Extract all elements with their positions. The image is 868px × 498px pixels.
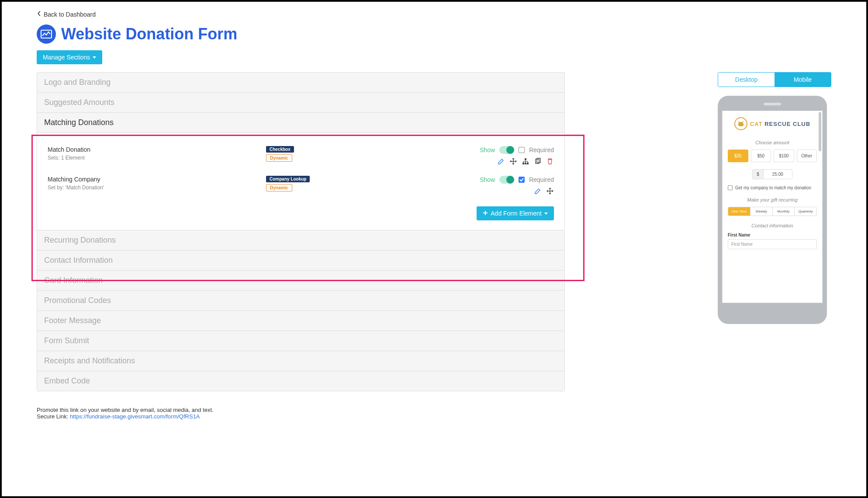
first-name-input[interactable]: First Name	[728, 239, 817, 249]
move-icon[interactable]	[509, 157, 517, 165]
form-icon	[37, 24, 56, 44]
section-recurring-donations[interactable]: Recurring Donations	[37, 230, 564, 250]
amount-input[interactable]: $ 25.00	[752, 169, 792, 179]
amount-value: 25.00	[764, 170, 792, 179]
amount-option-25[interactable]: $25	[728, 150, 748, 162]
amount-option-50[interactable]: $50	[751, 150, 771, 162]
dynamic-tag: Dynamic	[266, 184, 292, 192]
first-name-label: First Name	[728, 233, 817, 237]
recur-weekly[interactable]: Weekly	[750, 207, 773, 216]
caret-down-icon	[93, 56, 96, 59]
tree-icon[interactable]	[522, 157, 529, 165]
preview-recur-label: Make your gift recurring	[728, 197, 817, 202]
form-element-match-donation: Match Donation Sets: 1 Element Checkbox …	[48, 143, 554, 173]
type-tag: Checkbox	[266, 146, 294, 153]
section-contact-information[interactable]: Contact Information	[37, 250, 564, 270]
recur-one-time[interactable]: One Time	[728, 207, 750, 216]
svg-rect-4	[527, 163, 529, 164]
show-label: Show	[480, 176, 495, 183]
preview-logo: CAT RESCUE CLUB	[728, 117, 817, 130]
section-matching-donations[interactable]: Matching Donations	[37, 112, 564, 132]
cat-logo-icon	[734, 117, 747, 130]
show-toggle[interactable]	[499, 146, 514, 154]
back-to-dashboard-link[interactable]: Back to Dashboard	[37, 10, 96, 18]
promo-text: Promote this link on your website and by…	[37, 407, 565, 413]
promo-note: Promote this link on your website and by…	[37, 407, 565, 420]
required-label: Required	[529, 146, 554, 153]
add-form-element-button[interactable]: Add Form Element	[477, 206, 554, 220]
phone-speaker-icon	[764, 103, 781, 105]
svg-rect-1	[525, 158, 526, 160]
add-form-element-label: Add Form Element	[491, 210, 542, 217]
required-checkbox[interactable]	[519, 177, 525, 183]
element-name: Matching Company	[48, 176, 266, 183]
type-tag: Company Lookup	[266, 176, 310, 182]
move-icon[interactable]	[546, 187, 554, 195]
required-checkbox[interactable]	[519, 147, 525, 153]
recur-quarterly[interactable]: Quarterly	[795, 207, 816, 216]
form-element-matching-company: Matching Company Set by: 'Match Donation…	[48, 173, 554, 203]
required-label: Required	[529, 176, 554, 183]
section-receipts-notifications[interactable]: Receipts and Notifications	[37, 351, 564, 371]
dynamic-tag: Dynamic	[266, 154, 292, 162]
manage-sections-label: Manage Sections	[43, 54, 90, 61]
back-link-label: Back to Dashboard	[44, 11, 96, 18]
delete-icon[interactable]	[546, 157, 554, 165]
preview-match-label: Get my company to match my donation	[735, 185, 811, 190]
amount-option-other[interactable]: Other	[797, 150, 817, 162]
view-tabs: Desktop Mobile	[718, 72, 831, 87]
edit-icon[interactable]	[497, 157, 505, 165]
preview-org-name: CAT RESCUE CLUB	[750, 121, 810, 127]
secure-link[interactable]: https://fundraise-stage.givesmart.com/fo…	[70, 413, 200, 420]
phone-screen: CAT RESCUE CLUB Choose amount $25 $50 $1…	[722, 111, 823, 303]
section-logo-branding[interactable]: Logo and Branding	[37, 73, 564, 92]
preview-choose-amount-label: Choose amount	[728, 140, 817, 145]
phone-preview-frame: CAT RESCUE CLUB Choose amount $25 $50 $1…	[718, 96, 827, 324]
sections-panel: Logo and Branding Suggested Amounts Matc…	[37, 72, 565, 391]
section-footer-message[interactable]: Footer Message	[37, 310, 564, 331]
manage-sections-button[interactable]: Manage Sections	[37, 50, 102, 64]
svg-rect-2	[522, 163, 524, 164]
page-title: Website Donation Form	[61, 25, 237, 43]
section-embed-code[interactable]: Embed Code	[37, 371, 564, 391]
show-toggle[interactable]	[499, 176, 514, 184]
caret-down-icon	[544, 212, 548, 215]
show-label: Show	[480, 146, 495, 153]
section-suggested-amounts[interactable]: Suggested Amounts	[37, 92, 564, 112]
section-form-submit[interactable]: Form Submit	[37, 331, 564, 351]
section-promotional-codes[interactable]: Promotional Codes	[37, 290, 564, 310]
svg-rect-3	[525, 163, 526, 164]
recur-monthly[interactable]: Monthly	[773, 207, 795, 216]
element-sub: Sets: 1 Element	[48, 155, 266, 161]
element-name: Match Donation	[48, 146, 266, 153]
currency-symbol: $	[753, 170, 764, 179]
section-card-information[interactable]: Card Information	[37, 270, 564, 290]
secure-link-label: Secure Link:	[37, 413, 70, 420]
preview-match-checkbox[interactable]	[728, 185, 733, 190]
matching-donations-body: Match Donation Sets: 1 Element Checkbox …	[37, 132, 564, 230]
preview-contact-label: Contact information	[728, 223, 817, 228]
tab-desktop[interactable]: Desktop	[718, 73, 775, 87]
copy-icon[interactable]	[534, 157, 542, 165]
scrollbar[interactable]	[819, 112, 821, 151]
tab-mobile[interactable]: Mobile	[775, 73, 831, 87]
element-sub: Set by: 'Match Donation'	[48, 185, 266, 191]
edit-icon[interactable]	[534, 187, 542, 195]
chevron-left-icon	[37, 10, 41, 18]
amount-option-100[interactable]: $100	[774, 150, 794, 162]
plus-icon	[483, 210, 488, 217]
